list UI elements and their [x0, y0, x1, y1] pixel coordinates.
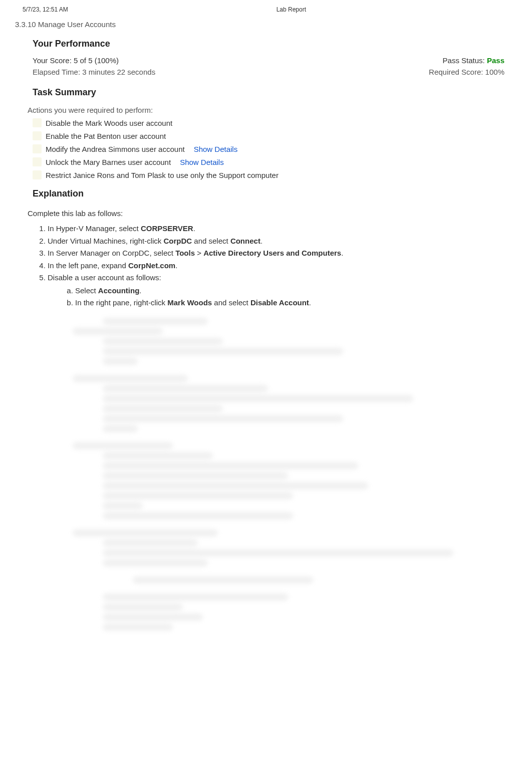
- elapsed-time: Elapsed Time: 3 minutes 22 seconds: [33, 68, 155, 76]
- step-5: Disable a user account as follows: Selec…: [48, 272, 509, 310]
- pass-status: Pass Status: Pass: [443, 56, 504, 65]
- step-3: In Server Manager on CorpDC, select Tool…: [48, 247, 509, 260]
- step-2: Under Virtual Machines, right-click Corp…: [48, 235, 509, 248]
- blurred-content: [28, 310, 509, 661]
- task-item: Modify the Andrea Simmons user account S…: [33, 142, 509, 155]
- task-item: Restrict Janice Rons and Tom Plask to us…: [33, 168, 509, 181]
- step-5a: Select Accounting.: [75, 285, 509, 297]
- score-row: Your Score: 5 of 5 (100%) Pass Status: P…: [28, 54, 509, 66]
- explanation-intro: Complete this lab as follows:: [28, 204, 509, 223]
- check-icon: [33, 118, 42, 127]
- print-header: 5/7/23, 12:51 AM Lab Report: [0, 0, 532, 17]
- show-details-link[interactable]: Show Details: [194, 145, 238, 153]
- step-1: In Hyper-V Manager, select CORPSERVER.: [48, 223, 509, 235]
- header-title: Lab Report: [68, 6, 479, 13]
- task-item: Enable the Pat Benton user account: [33, 129, 509, 142]
- check-icon: [33, 131, 42, 140]
- performance-heading: Your Performance: [28, 32, 509, 54]
- task-list: Disable the Mark Woods user account Enab…: [28, 116, 509, 181]
- task-item: Disable the Mark Woods user account: [33, 116, 509, 129]
- show-details-link[interactable]: Show Details: [180, 158, 224, 166]
- step-5b: In the right pane, right-click Mark Wood…: [75, 297, 509, 309]
- check-icon: [33, 157, 42, 166]
- pass-value: Pass: [487, 56, 504, 65]
- explanation-steps: In Hyper-V Manager, select CORPSERVER. U…: [28, 223, 509, 310]
- task-item: Unlock the Mary Barnes user account Show…: [33, 155, 509, 168]
- header-timestamp: 5/7/23, 12:51 AM: [23, 6, 68, 13]
- task-summary-heading: Task Summary: [28, 80, 509, 103]
- elapsed-row: Elapsed Time: 3 minutes 22 seconds Requi…: [28, 66, 509, 80]
- required-score: Required Score: 100%: [429, 68, 504, 76]
- step-5-substeps: Select Accounting. In the right pane, ri…: [48, 284, 509, 309]
- check-icon: [33, 144, 42, 153]
- your-score: Your Score: 5 of 5 (100%): [33, 56, 119, 65]
- actions-intro: Actions you were required to perform:: [28, 103, 509, 116]
- check-icon: [33, 170, 42, 179]
- main-content: Your Performance Your Score: 5 of 5 (100…: [0, 32, 532, 661]
- explanation-heading: Explanation: [28, 181, 509, 204]
- breadcrumb: 3.3.10 Manage User Accounts: [0, 17, 532, 32]
- step-4: In the left pane, expand CorpNet.com.: [48, 260, 509, 272]
